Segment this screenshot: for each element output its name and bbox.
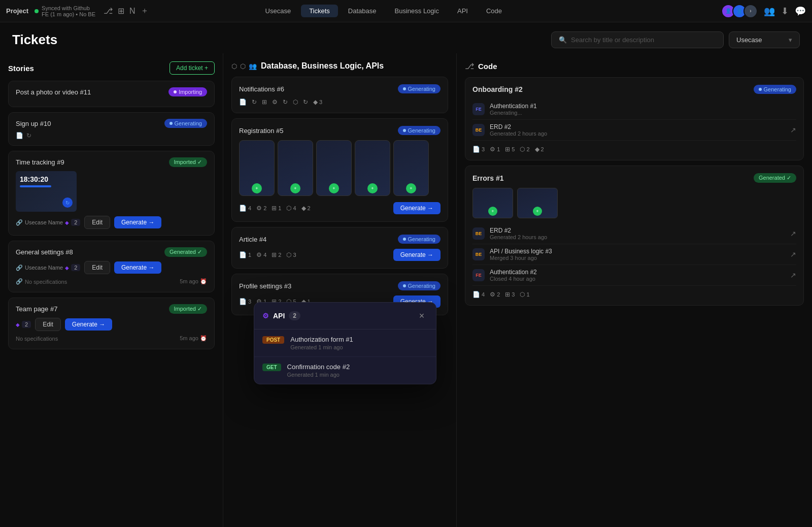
generate-button-s9[interactable]: Generate → (114, 216, 161, 228)
usecase-label-s9: 🔗 Usecase Name ◆ 2 (16, 219, 80, 226)
story-card-s10: Sign up #10 Generating 📄 ↻ (8, 112, 215, 146)
edit-button-s8[interactable]: Edit (84, 261, 110, 274)
story-title-s9: Time tracking #9 (16, 158, 64, 166)
sync-dot-icon (35, 9, 39, 13)
code-item-erd-errors-title: ERD #2 (490, 227, 785, 234)
ticket-title-t5: Registration #5 (239, 127, 283, 135)
sync-meta: FE (1 m ago) • No BE (42, 11, 95, 17)
ticket-title-t3: Profile settings #3 (239, 282, 291, 290)
method-get-badge: GET (262, 364, 281, 371)
notion-icon[interactable]: N (129, 7, 136, 16)
generate-button-t5[interactable]: Generate → (393, 202, 441, 214)
plus-icon[interactable]: ＋ (141, 6, 149, 16)
stories-list: Post a photo or video #11 Importing Sign… (0, 81, 223, 354)
tab-api[interactable]: API (449, 5, 476, 17)
users-icon[interactable]: 👥 (764, 6, 775, 17)
external-link-icon-erd[interactable]: ↗ (790, 229, 796, 238)
usecase-label-s8: 🔗 Usecase Name ◆ 2 (16, 264, 80, 271)
stat-file-t6: 📄 (239, 98, 247, 106)
search-bar-area: 🔍 Search by title or description Usecase… (551, 31, 800, 48)
branch-icon[interactable]: ⎇ (104, 6, 113, 16)
download-icon[interactable]: ⬇ (781, 6, 789, 17)
code-column: ⎇ Code Onboarding #2 Generating (457, 53, 812, 527)
count-badge-s9: 2 (71, 219, 80, 226)
specs-label-s8: 🔗 No specifications (16, 278, 67, 285)
code-section-onboarding: Onboarding #2 Generating FE Authenticati… (465, 77, 804, 160)
screenshot-btn-5: + (406, 183, 416, 193)
thumb-bar (20, 185, 51, 187)
middle-column: ⬡ ⬡ 👥 Database, Business Logic, APIs Not… (223, 53, 457, 527)
stat-refresh2-t6: ↻ (283, 98, 288, 106)
ticket-title-t4: Article #4 (239, 236, 266, 243)
code-item-erd-errors: BE ERD #2 Generated 2 hours ago ↗ (472, 223, 796, 244)
main-layout: Tickets 🔍 Search by title or description… (0, 22, 812, 527)
tab-business-logic[interactable]: Business Logic (387, 5, 447, 17)
tab-usecase[interactable]: Usecase (257, 5, 299, 17)
api-close-button[interactable]: × (416, 310, 428, 322)
avatar-group: 👤 👤 › (721, 4, 758, 18)
topnav-right: 👤 👤 › 👥 ⬇ 💬 (721, 4, 806, 18)
search-input-container[interactable]: 🔍 Search by title or description (551, 31, 724, 48)
tab-code[interactable]: Code (478, 5, 510, 17)
screenshot-3: + (316, 140, 352, 196)
api-item-1-title: Authorization form #1 (290, 336, 428, 343)
layers-icon: ⬡ (240, 62, 246, 70)
usecase-select[interactable]: Usecase ▾ (729, 31, 800, 48)
stat-gear-err: ⚙ 2 (490, 291, 500, 298)
error-screenshot-btn-1: + (488, 207, 497, 216)
chat-icon[interactable]: 💬 (795, 6, 806, 17)
edit-button-s7[interactable]: Edit (35, 318, 61, 331)
stat-diamond-t6: ◆ 3 (313, 98, 322, 106)
stories-column-title: Stories (8, 64, 34, 73)
external-link-icon-api-biz[interactable]: ↗ (790, 250, 796, 258)
topnav: Project Synced with Github FE (1 m ago) … (0, 0, 812, 22)
specs-time-s8: 5m ago ⏰ (180, 278, 207, 285)
tab-database[interactable]: Database (340, 5, 385, 17)
stat-gear-t4: ⚙ 4 (256, 251, 266, 258)
stat-hex-err: ⬡ 1 (520, 291, 529, 298)
search-icon: 🔍 (559, 36, 567, 44)
errors-stats: 📄 4 ⚙ 2 ⊞ 3 ⬡ 1 (472, 291, 796, 298)
code-section-errors: Errors #1 Generated ✓ + + (465, 166, 804, 306)
story-thumb-s9: 18:30:20 ↻ (16, 171, 77, 212)
tab-tickets[interactable]: Tickets (301, 5, 338, 17)
generate-button-t4[interactable]: Generate → (393, 249, 441, 261)
code-item-auth1: FE Authentication #1 Generating... (472, 99, 796, 120)
code-item-api-bizlogic: BE API / Business logic #3 Merged 3 hour… (472, 244, 796, 265)
badge-errors: Generated ✓ (754, 173, 796, 183)
avatar-expand[interactable]: › (743, 4, 758, 18)
stat-grid-t4: ⊞ 2 (272, 251, 281, 258)
method-post-badge: POST (262, 336, 284, 344)
external-link-icon-erd2[interactable]: ↗ (790, 126, 796, 134)
stat-grid-ob: ⊞ 5 (505, 146, 515, 153)
code-item-icon-be-api: BE (472, 248, 485, 260)
grid-icon[interactable]: ⊞ (118, 6, 124, 16)
generate-button-s7[interactable]: Generate → (65, 318, 112, 331)
middle-column-header: ⬡ ⬡ 👥 Database, Business Logic, APIs (223, 53, 456, 77)
code-item-erd-errors-meta: Generated 2 hours ago (490, 234, 785, 240)
code-item-auth1-meta: Generating... (490, 110, 796, 116)
onboarding-stats: 📄 3 ⚙ 1 ⊞ 5 ⬡ 2 ◆ 2 (472, 146, 796, 153)
diamond-icon-s9: ◆ (65, 220, 69, 225)
code-column-title: Code (478, 62, 497, 71)
badge-t3: Generating (398, 281, 441, 290)
api-item-2-meta: Generated 1 min ago (287, 372, 428, 378)
project-title: Project (6, 7, 28, 15)
stat-hex-t6: ⬡ (293, 98, 298, 106)
external-link-icon-auth2[interactable]: ↗ (790, 271, 796, 279)
badge-dot (170, 122, 173, 125)
topnav-tool-icons: ⎇ ⊞ N ＋ (104, 6, 149, 16)
badge-generated-s8: Generated ✓ (164, 247, 207, 257)
middle-column-title: Database, Business Logic, APIs (261, 61, 384, 71)
story-card-s8: General settings #8 Generated ✓ 🔗 Usecas… (8, 241, 215, 292)
api-item-2-info: Confirmation code #2 Generated 1 min ago (287, 363, 428, 378)
add-ticket-button[interactable]: Add ticket + (170, 61, 215, 75)
stat-refresh3-t6: ↻ (303, 98, 308, 106)
code-item-auth2-meta: Closed 4 hour ago (490, 276, 785, 282)
generate-button-s8[interactable]: Generate → (114, 261, 161, 274)
edit-button-s9[interactable]: Edit (84, 216, 110, 229)
stat-file-t3: 📄 3 (239, 298, 251, 305)
sync-label: Synced with Github (42, 5, 90, 11)
stat-diamond-t5: ◆ 2 (301, 205, 311, 212)
story-card-s7: Team page #7 Imported ✓ ◆ 2 Edit Gener (8, 298, 215, 349)
